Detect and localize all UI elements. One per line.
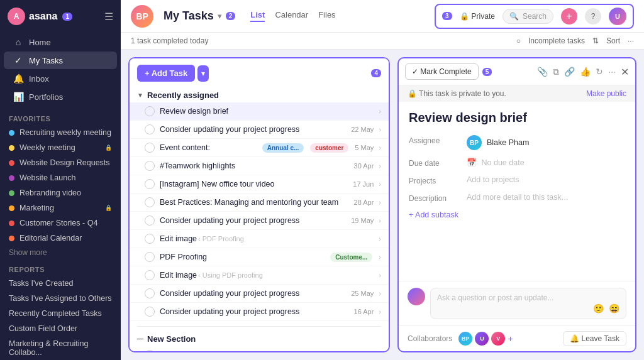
sidebar-fav-rebranding[interactable]: Rebranding video — [0, 185, 121, 200]
sidebar-item-inbox[interactable]: 🔔 Inbox — [4, 70, 117, 87]
sidebar-fav-recruiting[interactable]: Recruiting weekly meeting — [0, 125, 121, 140]
sidebar-report-recently-completed[interactable]: Recently Completed Tasks — [0, 306, 121, 321]
help-button[interactable]: ? — [585, 8, 601, 25]
task-row[interactable]: Review design brief › — [130, 102, 389, 121]
expand-icon[interactable]: › — [379, 235, 381, 243]
expand-icon[interactable]: › — [379, 217, 381, 224]
add-subtask-button[interactable]: + Add subtask — [409, 210, 625, 219]
task-check[interactable] — [145, 161, 155, 171]
projects-value[interactable]: Add to projects — [467, 175, 625, 184]
task-check[interactable] — [145, 106, 155, 116]
expand-icon[interactable]: › — [379, 144, 381, 151]
task-name: Best Practices: Managing and mentoring y… — [160, 198, 349, 207]
task-check[interactable] — [145, 234, 155, 244]
sidebar-fav-editorial[interactable]: Editorial Calendar — [0, 231, 121, 246]
due-date-value[interactable]: 📅 No due date — [467, 158, 625, 167]
title-chevron-icon[interactable]: ▾ — [218, 11, 222, 21]
make-public-link[interactable]: Make public — [586, 89, 626, 98]
mark-complete-button[interactable]: ✓ Mark Complete — [405, 63, 479, 80]
expand-icon[interactable]: › — [379, 180, 381, 188]
new-section-header[interactable]: — New Section — [130, 329, 389, 346]
task-row[interactable]: Edit image‹ Using PDF proofing › — [130, 266, 389, 285]
leave-task-button[interactable]: 🔔 Leave Task — [563, 331, 626, 346]
task-check[interactable] — [145, 197, 155, 207]
topbar-badge: 2 — [226, 12, 236, 20]
topbar-tabs: List Calendar Files — [250, 10, 335, 22]
link-icon[interactable]: 🔗 — [564, 67, 575, 77]
expand-icon[interactable]: › — [379, 162, 381, 170]
sidebar-fav-weekly[interactable]: Weekly meeting 🔒 — [0, 140, 121, 155]
lock-icon: 🔒 — [105, 205, 112, 211]
task-row[interactable]: Edit image‹ PDF Proofing › — [130, 230, 389, 248]
sidebar-fav-marketing[interactable]: Marketing 🔒 — [0, 200, 121, 215]
expand-icon[interactable]: › — [379, 308, 381, 315]
sidebar-item-portfolios[interactable]: 📊 Portfolios — [4, 88, 117, 106]
expand-icon[interactable]: › — [379, 271, 381, 279]
task-check[interactable] — [145, 215, 155, 226]
sidebar-fav-customer-stories[interactable]: Customer Stories - Q4 — [0, 215, 121, 231]
task-check[interactable] — [145, 350, 155, 352]
tab-list[interactable]: List — [250, 10, 265, 22]
task-check[interactable] — [145, 143, 155, 153]
task-row[interactable]: Consider updating your project progress … — [130, 346, 389, 352]
task-check[interactable] — [145, 288, 155, 298]
task-row[interactable]: Event content: Annual c...customer 5 May… — [130, 139, 389, 157]
task-row[interactable]: [Instagram] New office tour video 17 Jun… — [130, 175, 389, 194]
sidebar-report-tasks-created[interactable]: Tasks I've Created — [0, 276, 121, 291]
task-row[interactable]: PDF Proofing Custome... › — [130, 248, 389, 266]
add-collaborator-button[interactable]: + — [508, 334, 513, 344]
emoji-icon[interactable]: 🙂 — [593, 303, 604, 314]
smiley-icon[interactable]: 😄 — [609, 303, 619, 314]
task-row[interactable]: Consider updating your project progress … — [130, 212, 389, 230]
portfolios-icon: 📊 — [13, 92, 24, 102]
private-badge: 🔒 Private — [460, 12, 495, 21]
topbar-title-area: My Tasks ▾ 2 — [164, 9, 235, 23]
sidebar-fav-website-design[interactable]: Website Design Requests — [0, 155, 121, 170]
tab-calendar[interactable]: Calendar — [275, 10, 308, 22]
sidebar-report-marketing-recruiting[interactable]: Marketing & Recruiting Collabo... — [0, 336, 121, 360]
hamburger-icon[interactable]: ☰ — [104, 11, 113, 23]
expand-icon[interactable]: › — [379, 107, 381, 115]
recently-assigned-section[interactable]: ▼ Recently assigned — [130, 85, 389, 102]
sort-label[interactable]: Sort — [606, 36, 620, 45]
user-avatar[interactable]: U — [609, 8, 626, 25]
task-row[interactable]: Consider updating your project progress … — [130, 285, 389, 303]
refresh-icon[interactable]: ↻ — [596, 67, 603, 77]
task-check[interactable] — [145, 179, 155, 189]
incomplete-tasks-label[interactable]: Incomplete tasks — [528, 36, 585, 45]
sidebar-item-my-tasks[interactable]: ✓ My Tasks — [4, 52, 117, 69]
tab-files[interactable]: Files — [318, 10, 335, 22]
search-box[interactable]: 🔍 Search — [502, 9, 553, 24]
task-row[interactable]: Consider updating your project progress … — [130, 121, 389, 139]
task-name: Edit image‹ Using PDF proofing — [160, 271, 374, 280]
expand-icon[interactable]: › — [379, 126, 381, 133]
close-icon[interactable]: ✕ — [621, 66, 629, 78]
expand-icon[interactable]: › — [379, 253, 381, 261]
sidebar-fav-website-launch[interactable]: Website Launch — [0, 170, 121, 185]
add-task-split-button[interactable]: ▾ — [197, 65, 209, 82]
chat-input-box[interactable]: Ask a question or post an update... 🙂 😄 — [430, 288, 626, 319]
copy-icon[interactable]: ⧉ — [553, 67, 559, 77]
task-check[interactable] — [145, 124, 155, 134]
task-row[interactable]: Consider updating your project progress … — [130, 303, 389, 321]
more-options-icon[interactable]: ··· — [628, 36, 634, 45]
more-icon[interactable]: ··· — [608, 67, 616, 77]
task-row[interactable]: Best Practices: Managing and mentoring y… — [130, 194, 389, 212]
expand-icon[interactable]: › — [379, 199, 381, 206]
description-value[interactable]: Add more detail to this task... — [467, 193, 625, 202]
sidebar-item-home[interactable]: ⌂ Home — [4, 33, 117, 51]
task-check[interactable] — [145, 252, 155, 262]
sidebar-report-tasks-assigned[interactable]: Tasks I've Assigned to Others — [0, 291, 121, 306]
add-button[interactable]: + — [561, 8, 577, 25]
dot-icon — [9, 130, 14, 136]
show-more[interactable]: Show more — [0, 246, 121, 259]
task-row[interactable]: #Teamwork highlights 30 Apr › — [130, 157, 389, 175]
thumbs-up-icon[interactable]: 👍 — [580, 67, 591, 77]
task-check[interactable] — [145, 270, 155, 280]
attachment-icon[interactable]: 📎 — [537, 67, 548, 77]
add-task-button[interactable]: + Add Task — [137, 65, 195, 82]
expand-icon[interactable]: › — [379, 351, 381, 352]
expand-icon[interactable]: › — [379, 290, 381, 297]
sidebar-report-custom-field[interactable]: Custom Field Order — [0, 321, 121, 336]
task-check[interactable] — [145, 307, 155, 317]
